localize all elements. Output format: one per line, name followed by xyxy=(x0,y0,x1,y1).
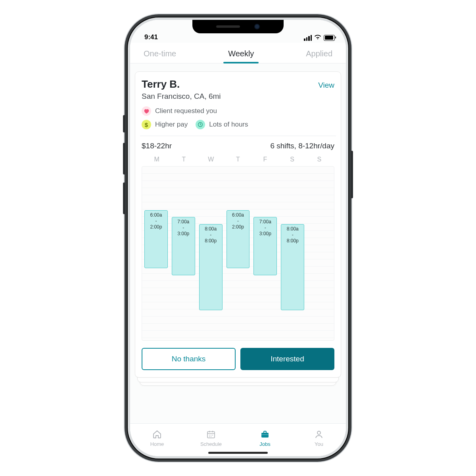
rate-row: $18-22hr 6 shifts, 8-12hr/day xyxy=(142,142,334,150)
card-header: Terry B. View xyxy=(142,78,334,90)
svg-rect-2 xyxy=(261,433,269,438)
side-button xyxy=(123,115,125,132)
volume-up-button xyxy=(123,143,125,175)
wifi-icon xyxy=(314,34,321,41)
divider xyxy=(140,136,336,136)
schedule-column: 7:00a-3:00p xyxy=(171,168,196,339)
front-camera xyxy=(254,24,260,29)
tab-weekly[interactable]: Weekly xyxy=(226,47,256,63)
shift-summary: 6 shifts, 8-12hr/day xyxy=(270,142,334,150)
nav-schedule-label: Schedule xyxy=(200,441,222,447)
volume-down-button xyxy=(123,182,125,214)
day-header: S xyxy=(306,156,333,163)
clock-icon xyxy=(196,120,205,129)
client-name: Terry B. xyxy=(142,78,180,90)
job-card: Terry B. View San Francisco, CA, 6mi Cli… xyxy=(135,71,341,378)
badge-lots-hours: Lots of hours xyxy=(196,120,248,129)
shift-block[interactable]: 6:00a-2:00p xyxy=(226,210,250,269)
nav-jobs-label: Jobs xyxy=(259,441,270,447)
heart-icon xyxy=(142,106,151,116)
card-stack: Terry B. View San Francisco, CA, 6mi Cli… xyxy=(135,71,341,378)
day-header: F xyxy=(251,156,278,163)
shift-block[interactable]: 8:00a-8:00p xyxy=(281,224,304,310)
schedule-column xyxy=(307,168,332,339)
battery-icon xyxy=(324,35,335,41)
badge-higher-pay-label: Higher pay xyxy=(155,121,188,129)
shift-block[interactable]: 7:00a-3:00p xyxy=(172,217,195,275)
shift-block[interactable]: 6:00a-2:00p xyxy=(144,210,168,269)
speaker xyxy=(216,25,240,28)
svg-point-4 xyxy=(317,431,321,434)
day-header: T xyxy=(170,156,197,163)
schedule-column: 6:00a-2:00p xyxy=(144,168,169,339)
client-location: San Francisco, CA, 6mi xyxy=(142,92,334,101)
nav-jobs[interactable]: Jobs xyxy=(247,430,283,447)
home-icon xyxy=(152,430,162,440)
badge-higher-pay: $ Higher pay xyxy=(142,120,188,129)
pay-rate: $18-22hr xyxy=(142,142,172,150)
status-icons xyxy=(304,34,335,41)
schedule-grid: 6:00a-2:00p7:00a-3:00p8:00a-8:00p6:00a-2… xyxy=(142,166,334,341)
schedule-column: 8:00a-8:00p xyxy=(280,168,305,339)
nav-home[interactable]: Home xyxy=(139,430,175,447)
badge-lots-hours-label: Lots of hours xyxy=(209,121,248,129)
nav-home-label: Home xyxy=(150,441,164,447)
no-thanks-button[interactable]: No thanks xyxy=(142,348,236,370)
interested-button[interactable]: Interested xyxy=(240,348,334,370)
day-header: M xyxy=(143,156,170,163)
briefcase-icon xyxy=(260,430,270,440)
badges: Client requested you $ Higher pay xyxy=(142,106,334,129)
day-header: T xyxy=(225,156,251,163)
cell-signal-icon xyxy=(304,35,312,41)
badge-requested-label: Client requested you xyxy=(155,107,217,115)
status-time: 9:41 xyxy=(144,33,158,41)
bottom-nav: Home Schedule Jobs xyxy=(130,423,346,456)
nav-you-label: You xyxy=(315,441,323,447)
tab-applied[interactable]: Applied xyxy=(303,47,335,63)
calendar-icon xyxy=(206,430,216,440)
day-header: S xyxy=(278,156,305,163)
schedule-column: 8:00a-8:00p xyxy=(198,168,223,339)
shift-block[interactable]: 8:00a-8:00p xyxy=(199,224,223,310)
day-header-row: MTWTFSS xyxy=(142,150,334,166)
phone-frame: 9:41 One-time Weekly Applied xyxy=(130,20,346,456)
nav-schedule[interactable]: Schedule xyxy=(193,430,229,447)
home-indicator xyxy=(208,452,268,454)
screen: 9:41 One-time Weekly Applied xyxy=(130,20,346,456)
notch xyxy=(192,20,284,33)
view-link[interactable]: View xyxy=(318,81,334,90)
schedule-column: 7:00a-3:00p xyxy=(253,168,278,339)
top-tabs: One-time Weekly Applied xyxy=(130,43,346,63)
person-icon xyxy=(314,430,324,440)
power-button xyxy=(351,151,353,198)
dollar-icon: $ xyxy=(142,120,151,129)
shift-block[interactable]: 7:00a-3:00p xyxy=(253,217,277,275)
svg-rect-3 xyxy=(261,434,269,435)
schedule-column: 6:00a-2:00p xyxy=(226,168,251,339)
card-actions: No thanks Interested xyxy=(142,348,334,370)
tab-one-time[interactable]: One-time xyxy=(141,47,178,63)
nav-you[interactable]: You xyxy=(301,430,337,447)
badge-requested: Client requested you xyxy=(142,106,334,116)
content: Terry B. View San Francisco, CA, 6mi Cli… xyxy=(130,63,346,378)
day-header: W xyxy=(198,156,225,163)
